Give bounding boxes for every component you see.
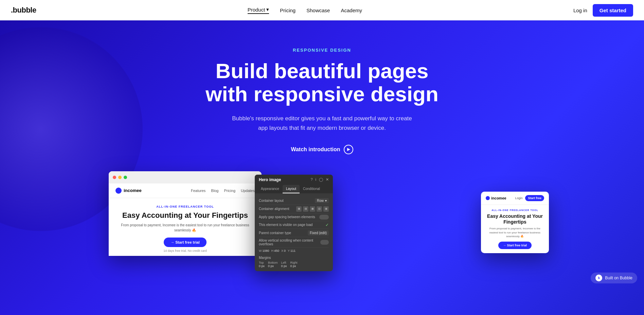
tab-layout[interactable]: Layout: [283, 185, 300, 193]
browser-window-incomee: incomee Features Blog Pricing Updates AL…: [109, 171, 262, 256]
editor-alignment-buttons: ⊞ ⊟ ⊠ ⊡ ⊞: [296, 206, 329, 212]
editor-header: Hero image ? i ◯ ✕: [255, 175, 333, 185]
hero-section: RESPONSIVE DESIGN Build beautiful pages …: [0, 0, 644, 315]
tab-conditional[interactable]: Conditional: [300, 185, 323, 193]
nav-link-academy[interactable]: Academy: [341, 7, 362, 13]
bubble-badge: b Built on Bubble: [591, 273, 637, 283]
dim-y: Y111: [288, 249, 296, 252]
editor-row-visible: This element is visible on page load ✓: [259, 221, 329, 229]
chevron-down-icon: ▾: [325, 199, 327, 203]
nav-cta-button[interactable]: Get started: [593, 4, 633, 17]
close-icon[interactable]: ✕: [326, 177, 329, 182]
play-icon: ▶: [344, 145, 353, 154]
incomee-logo-icon: [115, 188, 122, 194]
help-icon[interactable]: ?: [310, 177, 312, 182]
watch-introduction-button[interactable]: Watch introduction ▶: [203, 145, 441, 154]
incomee-nav-links: Features Blog Pricing Updates: [191, 189, 255, 193]
mobile-login[interactable]: Login: [515, 196, 522, 200]
nav-logo: .bubble: [11, 6, 36, 15]
hero-subtitle: Bubble's responsive editor gives you a f…: [230, 114, 414, 132]
mobile-hero-content: ALL-IN-ONE FREELANCER TOOL Easy Accounti…: [481, 205, 549, 253]
margin-top: Top0 px: [259, 261, 265, 268]
nav-links: Product ▾ Pricing Showcase Academy: [248, 6, 362, 14]
incomee-nav-pricing: Pricing: [224, 189, 235, 193]
editor-panel: Hero image ? i ◯ ✕ Appearance Layout Con…: [255, 175, 333, 271]
hero-title: Build beautiful pages with responsive de…: [203, 59, 441, 106]
dim-w: W1080: [259, 249, 269, 252]
incomee-nav-updates: Updates: [241, 189, 255, 193]
margins-fields: Top0 px Bottom0 px Left0 px Right0 px: [259, 261, 329, 268]
editor-row-alignment: Container alignment ⊞ ⊟ ⊠ ⊡ ⊞: [259, 205, 329, 213]
comment-icon[interactable]: ◯: [319, 177, 323, 182]
browser-content: incomee Features Blog Pricing Updates AL…: [109, 183, 262, 256]
margin-left: Left0 px: [281, 261, 287, 268]
mobile-logo-text: incomee: [491, 196, 506, 200]
incomee-hero-content: ALL-IN-ONE FREELANCER TOOL Easy Accounti…: [109, 198, 262, 256]
mobile-cta-button[interactable]: Start free: [525, 195, 544, 201]
mobile-title: Easy Accounting at Your Fingertips: [486, 213, 544, 225]
bubble-badge-text: Built on Bubble: [605, 276, 632, 280]
mobile-logo: incomee: [486, 196, 506, 200]
editor-value-container-layout[interactable]: Row ▾: [315, 198, 329, 203]
nav-actions: Log in Get started: [573, 4, 633, 17]
dim-h: H450: [271, 249, 280, 252]
browser-dot-red: [113, 176, 116, 179]
editor-header-icons: ? i ◯ ✕: [310, 177, 329, 182]
editor-toggle-scroll[interactable]: [320, 240, 329, 245]
editor-row-parent: Parent container type Fixed (edit): [259, 229, 329, 237]
mobile-navbar: incomee Login Start free: [481, 192, 549, 205]
nav-link-pricing[interactable]: Pricing: [280, 7, 296, 13]
editor-value-parent[interactable]: Fixed (edit): [308, 230, 329, 235]
incomee-navbar: incomee Features Blog Pricing Updates: [109, 183, 262, 198]
editor-label-visible: This element is visible on page load: [259, 223, 312, 227]
margins-label: Margins: [259, 256, 329, 260]
watch-label: Watch introduction: [291, 146, 340, 153]
nav-login[interactable]: Log in: [573, 7, 587, 13]
tab-appearance[interactable]: Appearance: [257, 185, 283, 193]
editor-title: Hero image: [259, 177, 281, 182]
dim-x: X0: [281, 249, 286, 252]
hero-text: RESPONSIVE DESIGN Build beautiful pages …: [196, 48, 448, 154]
editor-dims: W1080 H450 X0 Y111: [259, 248, 329, 254]
align-btn-2[interactable]: ⊟: [303, 206, 308, 212]
incomee-cta-button[interactable]: → Start free trial: [164, 238, 207, 247]
browser-dot-yellow: [118, 176, 122, 179]
mobile-tag: ALL-IN-ONE FREELANCER TOOL: [486, 209, 544, 211]
incomee-logo: incomee: [115, 188, 142, 194]
margin-bottom: Bottom0 px: [268, 261, 278, 268]
editor-check-visible[interactable]: ✓: [325, 223, 329, 227]
nav-link-product[interactable]: Product ▾: [248, 6, 269, 14]
nav-link-showcase[interactable]: Showcase: [306, 7, 330, 13]
editor-toggle-gap[interactable]: [319, 215, 329, 220]
mobile-preview: incomee Login Start free ALL-IN-ONE FREE…: [481, 192, 549, 253]
align-btn-5[interactable]: ⊞: [323, 206, 329, 212]
align-btn-3[interactable]: ⊠: [310, 206, 315, 212]
editor-row-gap: Apply gap spacing between elements: [259, 213, 329, 221]
incomee-tag: ALL-IN-ONE FREELANCER TOOL: [119, 205, 251, 208]
navbar: .bubble Product ▾ Pricing Showcase Acade…: [0, 0, 644, 20]
editor-row-container-layout: Container layout Row ▾: [259, 197, 329, 205]
incomee-subtitle: From proposal to payment, Incomee is the…: [119, 223, 251, 233]
editor-tabs: Appearance Layout Conditional: [255, 185, 333, 193]
editor-label-parent: Parent container type: [259, 231, 291, 235]
margin-right: Right0 px: [290, 261, 298, 268]
mobile-logo-icon: [486, 196, 490, 200]
incomee-nav-blog: Blog: [211, 189, 218, 193]
editor-label-container-layout: Container layout: [259, 199, 284, 203]
mobile-subtitle: From proposal to payment, Incomee is the…: [486, 227, 544, 238]
chevron-down-icon: ▾: [266, 6, 269, 13]
editor-label-scroll: Allow vertical scrolling when content ov…: [259, 239, 320, 246]
editor-body: Container layout Row ▾ Container alignme…: [255, 193, 333, 271]
bubble-logo-icon: b: [595, 275, 602, 281]
incomee-nav-features: Features: [191, 189, 205, 193]
incomee-logo-text: incomee: [124, 188, 142, 193]
hero-tag: RESPONSIVE DESIGN: [203, 48, 441, 53]
align-btn-1[interactable]: ⊞: [296, 206, 302, 212]
editor-label-gap: Apply gap spacing between elements: [259, 215, 315, 219]
mobile-start-button[interactable]: → Start free trial: [498, 242, 532, 249]
browser-bar: [109, 171, 262, 183]
align-btn-4[interactable]: ⊡: [317, 206, 322, 212]
info-icon[interactable]: i: [316, 177, 316, 182]
editor-label-alignment: Container alignment: [259, 207, 289, 211]
incomee-title: Easy Accounting at Your Fingertips: [119, 211, 251, 220]
